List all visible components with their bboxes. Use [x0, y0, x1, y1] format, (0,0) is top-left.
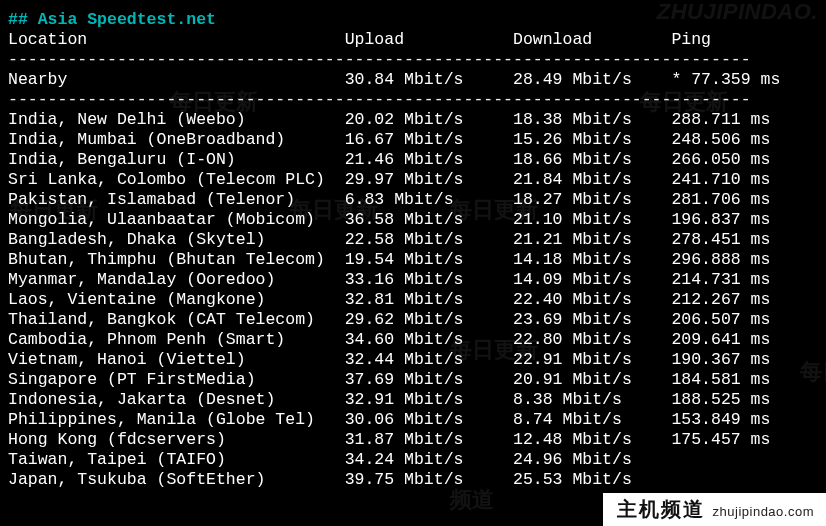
table-row: Pakistan, Islamabad (Telenor) 6.83 Mbit/… — [8, 190, 818, 210]
separator-line: ----------------------------------------… — [8, 50, 818, 70]
table-row: Myanmar, Mandalay (Ooredoo) 33.16 Mbit/s… — [8, 270, 818, 290]
table-row: Laos, Vientaine (Mangkone) 32.81 Mbit/s … — [8, 290, 818, 310]
brand-en: zhujipindao.com — [713, 502, 814, 522]
table-row: India, Mumbai (OneBroadband) 16.67 Mbit/… — [8, 130, 818, 150]
section-title: ## Asia Speedtest.net — [8, 10, 818, 30]
terminal-output: ## Asia Speedtest.netLocation Upload Dow… — [0, 0, 826, 500]
column-header: Location Upload Download Ping — [8, 30, 818, 50]
table-row: Philippines, Manila (Globe Tel) 30.06 Mb… — [8, 410, 818, 430]
table-row: Japan, Tsukuba (SoftEther) 39.75 Mbit/s … — [8, 470, 818, 490]
table-row: India, Bengaluru (I-ON) 21.46 Mbit/s 18.… — [8, 150, 818, 170]
separator-line: ----------------------------------------… — [8, 90, 818, 110]
table-row: Hong Kong (fdcservers) 31.87 Mbit/s 12.4… — [8, 430, 818, 450]
table-row: Vietnam, Hanoi (Viettel) 32.44 Mbit/s 22… — [8, 350, 818, 370]
table-row: Singapore (PT FirstMedia) 37.69 Mbit/s 2… — [8, 370, 818, 390]
table-row: Indonesia, Jakarta (Desnet) 32.91 Mbit/s… — [8, 390, 818, 410]
brand-box: 主机频道 zhujipindao.com — [603, 493, 826, 526]
nearby-row: Nearby 30.84 Mbit/s 28.49 Mbit/s * 77.35… — [8, 70, 818, 90]
table-row: Thailand, Bangkok (CAT Telecom) 29.62 Mb… — [8, 310, 818, 330]
table-row: Bangladesh, Dhaka (Skytel) 22.58 Mbit/s … — [8, 230, 818, 250]
table-row: Taiwan, Taipei (TAIFO) 34.24 Mbit/s 24.9… — [8, 450, 818, 470]
table-row: Mongolia, Ulaanbaatar (Mobicom) 36.58 Mb… — [8, 210, 818, 230]
table-row: Sri Lanka, Colombo (Telecom PLC) 29.97 M… — [8, 170, 818, 190]
table-row: Cambodia, Phnom Penh (Smart) 34.60 Mbit/… — [8, 330, 818, 350]
table-row: India, New Delhi (Weebo) 20.02 Mbit/s 18… — [8, 110, 818, 130]
table-row: Bhutan, Thimphu (Bhutan Telecom) 19.54 M… — [8, 250, 818, 270]
brand-cn: 主机频道 — [617, 499, 705, 519]
